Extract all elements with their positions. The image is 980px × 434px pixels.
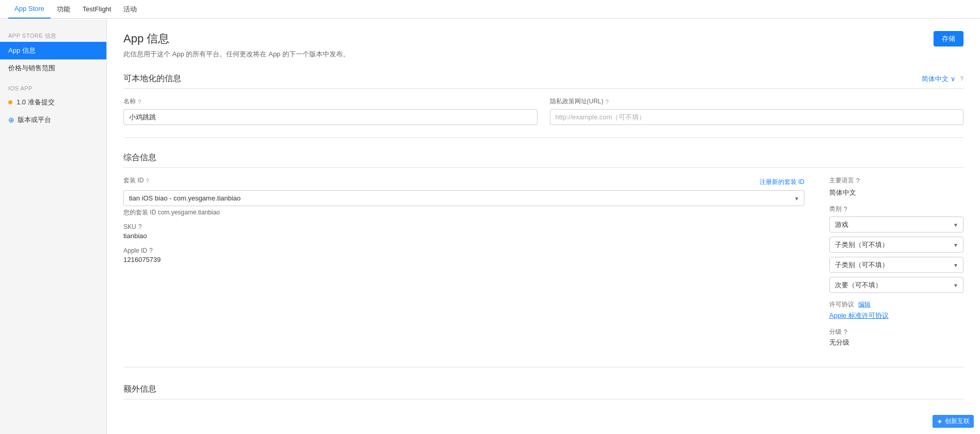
watermark-icon: ✦ [937, 417, 943, 426]
rating-field: 分级 ? 无分级 [829, 328, 963, 347]
appleid-question-icon: ? [149, 247, 153, 254]
name-field-group: 名称 ? [123, 97, 538, 125]
category-select-wrapper: 游戏 ▼ [829, 216, 963, 233]
bundle-id-select-wrapper: tian iOS biao - com.yesgame.tianbiao ▼ [123, 190, 804, 206]
left-column: 套装 ID ? 注册新的套装 ID tian iOS biao - com.ye… [123, 176, 804, 354]
privacy-question-icon: ? [606, 99, 609, 105]
app-name-input[interactable] [123, 109, 538, 125]
watermark-text: 创新互联 [945, 417, 970, 426]
page-description: 此信息用于这个 App 的所有平台。任何更改将在 App 的下一个版本中发布。 [123, 50, 963, 59]
bundle-id-label: 套装 ID ? [123, 176, 149, 185]
nav-appstore[interactable]: App Store [8, 0, 51, 19]
localizable-form-row: 名称 ? 隐私政策网址(URL) ? [123, 97, 963, 125]
watermark: ✦ 创新互联 [932, 415, 974, 428]
register-bundle-id-link[interactable]: 注册新的套装 ID [760, 178, 804, 187]
sidebar-version-label: 1.0 准备提交 [17, 98, 55, 107]
sku-question-icon: ? [138, 223, 142, 230]
license-label: 许可协议 [829, 300, 854, 309]
rating-question-icon: ? [844, 329, 847, 336]
bundle-id-hint: 您的套装 ID com.yesgame.tianbiao [123, 208, 804, 217]
page-title: App 信息 [123, 31, 169, 47]
extra-section-title: 额外信息 [123, 384, 963, 399]
name-question-icon: ? [138, 99, 141, 105]
nav-testflight[interactable]: TestFlight [76, 0, 118, 19]
rating-value: 无分级 [829, 338, 963, 347]
license-row: 许可协议 编辑 [829, 300, 963, 309]
comprehensive-section: 综合信息 套装 ID ? 注册新的套装 ID [123, 152, 963, 354]
sku-label: SKU ? [123, 223, 804, 230]
bundle-id-header-row: 套装 ID ? 注册新的套装 ID [123, 176, 804, 188]
category-question-icon: ? [844, 206, 847, 213]
sku-value: tianbiao [123, 232, 804, 240]
page-header: App 信息 存储 [123, 31, 963, 47]
sidebar-item-add-platform[interactable]: ⊕ 版本或平台 [0, 111, 106, 129]
bundle-id-select[interactable]: tian iOS biao - com.yesgame.tianbiao [123, 190, 804, 206]
save-button[interactable]: 存储 [934, 31, 963, 47]
subcategory2-select-wrapper: 子类别（可不填） ▼ [829, 257, 963, 273]
sidebar-item-version[interactable]: 1.0 准备提交 [0, 94, 106, 111]
language-value: 简体中文 [922, 74, 949, 84]
section-divider [123, 137, 963, 138]
category-label: 类别 ? [829, 205, 963, 213]
apple-id-label: Apple ID ? [123, 247, 804, 254]
sidebar-item-pricing[interactable]: 价格与销售范围 [0, 59, 106, 77]
secondary-select-wrapper: 次要（可不填） ▼ [829, 277, 963, 293]
comprehensive-section-title: 综合信息 [123, 152, 963, 168]
sidebar-appinfo-label: App 信息 [8, 46, 36, 55]
sidebar-appstore-label: APP STORE 信息 [0, 29, 106, 42]
main-content: App 信息 存储 此信息用于这个 App 的所有平台。任何更改将在 App 的… [107, 19, 980, 434]
primary-language-field: 主要语言 ? 简体中文 [829, 176, 963, 197]
primary-language-label: 主要语言 ? [829, 176, 963, 185]
language-selector[interactable]: 简体中文 ∨ ? [922, 74, 963, 84]
nav-activities[interactable]: 活动 [117, 0, 143, 19]
bundle-id-group: 套装 ID ? 注册新的套装 ID tian iOS biao - com.ye… [123, 176, 804, 217]
license-edit-link[interactable]: 编辑 [858, 300, 871, 309]
extra-section-divider [123, 367, 963, 367]
sidebar-item-appinfo[interactable]: App 信息 [0, 42, 106, 59]
subcategory1-select-wrapper: 子类别（可不填） ▼ [829, 237, 963, 253]
sidebar-ios-label: iOS APP [0, 77, 106, 94]
privacy-url-field-group: 隐私政策网址(URL) ? [550, 97, 964, 125]
category-field: 类别 ? 游戏 ▼ 子类别（可不填） [829, 205, 963, 293]
name-label: 名称 ? [123, 97, 538, 106]
right-column: 主要语言 ? 简体中文 类别 ? 游戏 [829, 176, 963, 354]
top-navigation: App Store 功能 TestFlight 活动 [0, 0, 980, 19]
apple-id-field: Apple ID ? 1216075739 [123, 247, 804, 264]
privacy-url-input[interactable] [550, 109, 964, 125]
sidebar-pricing-label: 价格与销售范围 [8, 64, 55, 73]
comprehensive-row: 套装 ID ? 注册新的套装 ID tian iOS biao - com.ye… [123, 176, 963, 354]
subcategory2-select[interactable]: 子类别（可不填） [829, 257, 963, 273]
nav-features[interactable]: 功能 [51, 0, 76, 19]
rating-label: 分级 ? [829, 328, 963, 336]
sidebar-add-platform-label: 版本或平台 [18, 115, 51, 125]
privacy-url-label: 隐私政策网址(URL) ? [550, 97, 964, 106]
chevron-down-icon: ∨ [951, 75, 956, 83]
primary-language-value: 简体中文 [829, 188, 963, 197]
version-dot-icon [8, 100, 12, 104]
extra-section: 额外信息 [123, 384, 963, 399]
bundleid-question-icon: ? [146, 178, 149, 184]
localizable-section-header: 可本地化的信息 简体中文 ∨ ? [123, 73, 963, 89]
secondary-select[interactable]: 次要（可不填） [829, 277, 963, 293]
language-question-icon: ? [960, 75, 963, 83]
category-select[interactable]: 游戏 [829, 216, 963, 233]
sidebar: APP STORE 信息 App 信息 价格与销售范围 iOS APP 1.0 … [0, 19, 107, 434]
subcategory1-select[interactable]: 子类别（可不填） [829, 237, 963, 253]
plus-icon: ⊕ [8, 116, 14, 124]
apple-id-value: 1216075739 [123, 256, 804, 264]
localizable-section-title: 可本地化的信息 [123, 73, 181, 84]
sku-field: SKU ? tianbiao [123, 223, 804, 240]
primarylang-question-icon: ? [856, 177, 860, 184]
license-field: 许可协议 编辑 Apple 标准许可协议 [829, 300, 963, 320]
apple-license-link[interactable]: Apple 标准许可协议 [829, 311, 963, 320]
